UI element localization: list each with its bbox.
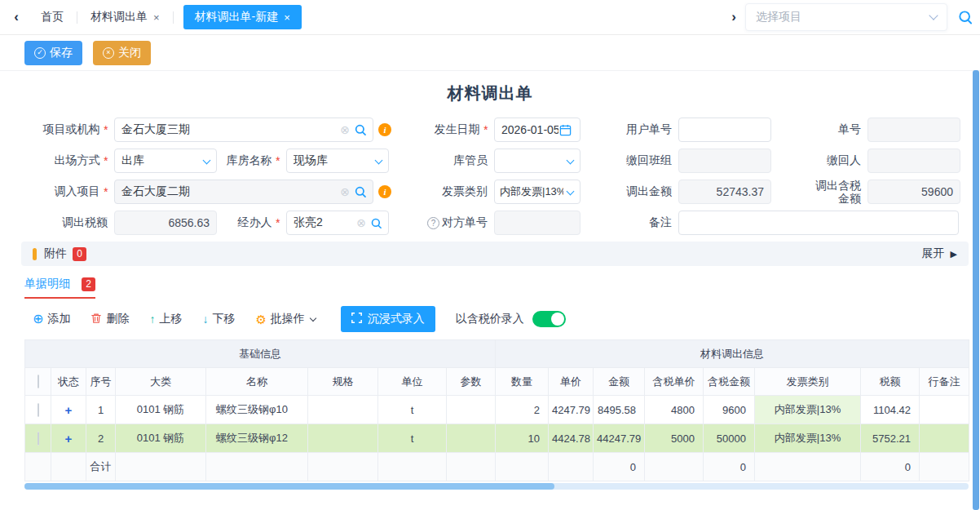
save-button[interactable]: ✓ 保存 (24, 41, 82, 65)
cell-price[interactable]: 4247.79 (549, 396, 594, 424)
cell-amount[interactable]: 8495.58 (594, 396, 645, 424)
cell-invoice-type[interactable]: 内部发票|13% (755, 396, 861, 424)
warehouse-select[interactable] (286, 149, 389, 173)
close-button[interactable]: × 关闭 (93, 41, 151, 65)
clear-icon[interactable]: ⊗ (340, 124, 350, 135)
cell-tax-price[interactable]: 4800 (645, 396, 704, 424)
cell-param[interactable] (447, 396, 496, 424)
cell-unit[interactable]: t (378, 396, 447, 424)
horizontal-scrollbar[interactable] (24, 483, 969, 490)
cell-spec[interactable] (308, 396, 378, 424)
total-row: 合计 0 0 0 (25, 453, 969, 481)
search-icon[interactable] (957, 9, 973, 25)
attachment-bar[interactable]: 附件 0 展开 ▶ (21, 242, 969, 266)
info-icon[interactable]: i (378, 185, 391, 198)
user-no-input[interactable] (678, 118, 771, 142)
project-select-placeholder: 选择项目 (756, 10, 930, 24)
exit-mode-value[interactable] (114, 149, 217, 173)
cell-qty[interactable]: 10 (496, 424, 549, 453)
in-project-lookup[interactable]: ⊗ (114, 180, 373, 204)
table-row-selected[interactable]: + 2 0101 钢筋 螺纹三级钢φ12 t 10 4424.78 44247.… (25, 424, 969, 453)
cell-empty (378, 453, 447, 481)
cell-unit[interactable]: t (378, 424, 447, 453)
delete-label: 删除 (106, 312, 129, 326)
checkbox-icon[interactable] (38, 403, 39, 417)
expand-button[interactable]: 展开 ▶ (922, 246, 957, 261)
project-select[interactable]: 选择项目 (745, 3, 947, 31)
close-tab-icon[interactable]: × (153, 11, 160, 24)
tab-home[interactable]: 首页 (28, 0, 77, 34)
add-row-button[interactable]: ⊕ 添加 (33, 312, 70, 326)
cell-invoice-type[interactable]: 内部发票|13% (755, 424, 861, 453)
tabs-forward-icon[interactable]: › (722, 9, 745, 25)
agent-lookup[interactable]: ⊗ (286, 211, 389, 235)
project-org-input[interactable] (114, 118, 373, 142)
save-button-label: 保存 (50, 46, 73, 60)
cell-name[interactable]: 螺纹三级钢φ10 (206, 396, 308, 424)
cell-empty (447, 453, 496, 481)
checkbox-icon[interactable] (38, 375, 39, 388)
tax-entry-toggle[interactable] (532, 311, 566, 327)
move-down-button[interactable]: ↓ 下移 (202, 312, 235, 326)
batch-operation-button[interactable]: ⚙ 批操作 (255, 312, 315, 326)
plus-icon[interactable]: + (65, 432, 73, 446)
warehouse-value[interactable] (286, 149, 389, 173)
lookup-search-icon[interactable] (370, 217, 382, 229)
cell-price[interactable]: 4424.78 (549, 424, 594, 453)
cell-status[interactable]: + (51, 396, 86, 424)
vertical-scrollbar-thumb[interactable] (973, 70, 979, 510)
cell-category[interactable]: 0101 钢筋 (116, 396, 206, 424)
horizontal-scrollbar-thumb[interactable] (24, 483, 554, 490)
required-star: * (104, 185, 108, 198)
cell-amount[interactable]: 44247.79 (594, 424, 645, 453)
remark-input[interactable] (678, 211, 959, 235)
header-select-all[interactable] (25, 368, 51, 396)
tab-detail[interactable]: 单据明细 2 (24, 277, 95, 299)
cell-checkbox[interactable] (25, 396, 51, 424)
cell-spec[interactable] (308, 424, 378, 453)
tabs-back-icon[interactable]: ‹ (5, 9, 28, 25)
cell-tax[interactable]: 5752.21 (861, 424, 920, 453)
clear-icon[interactable]: ⊗ (340, 186, 350, 197)
add-label: 添加 (47, 312, 70, 326)
table-row[interactable]: + 1 0101 钢筋 螺纹三级钢φ10 t 2 4247.79 8495.58… (25, 396, 969, 424)
cell-tax-amount[interactable]: 50000 (704, 424, 755, 453)
calendar-icon[interactable] (559, 124, 572, 136)
tab-material-out-new-active[interactable]: 材料调出单-新建 × (183, 5, 302, 29)
cell-checkbox[interactable] (25, 424, 51, 453)
field-label-warehouse: 库房名称* (217, 153, 286, 168)
cell-qty[interactable]: 2 (496, 396, 549, 424)
clear-icon[interactable]: ⊗ (356, 217, 366, 228)
invoice-type-select[interactable] (494, 180, 580, 204)
close-tab-icon[interactable]: × (284, 11, 290, 24)
out-tax-input (114, 211, 217, 235)
exit-mode-select[interactable] (114, 149, 217, 173)
cell-category[interactable]: 0101 钢筋 (116, 424, 206, 453)
plus-icon[interactable]: + (65, 403, 73, 417)
delete-row-button[interactable]: 删除 (90, 312, 129, 326)
project-org-lookup[interactable]: ⊗ (114, 118, 373, 142)
cell-tax-amount[interactable]: 9600 (704, 396, 755, 424)
cell-param[interactable] (447, 424, 496, 453)
move-up-button[interactable]: ↑ 上移 (149, 312, 182, 326)
info-icon[interactable]: i (378, 123, 391, 136)
cell-tax[interactable]: 1104.42 (861, 396, 920, 424)
cell-row-remark[interactable] (920, 424, 969, 453)
group-header-out-info: 材料调出信息 (496, 340, 969, 368)
keeper-select[interactable] (494, 149, 580, 173)
field-label-out-amount-tax: 调出含税金额 (771, 179, 867, 205)
question-circle-icon[interactable]: ? (427, 217, 439, 229)
cell-name[interactable]: 螺纹三级钢φ12 (206, 424, 308, 453)
cell-seq: 1 (86, 396, 116, 424)
tab-material-out-list[interactable]: 材料调出单 × (77, 0, 173, 34)
vertical-scrollbar[interactable] (973, 70, 980, 510)
lookup-search-icon[interactable] (354, 185, 367, 198)
column-header-row: 状态 序号 大类 名称 规格 单位 参数 数量 单价 金额 含税单价 含税金额 … (25, 368, 969, 396)
cell-row-remark[interactable] (920, 396, 969, 424)
checkbox-icon[interactable] (38, 432, 39, 446)
in-project-input[interactable] (114, 180, 373, 204)
lookup-search-icon[interactable] (354, 123, 367, 136)
cell-tax-price[interactable]: 5000 (645, 424, 704, 453)
immersive-entry-button[interactable]: 沉浸式录入 (341, 306, 435, 332)
cell-status[interactable]: + (51, 424, 86, 453)
